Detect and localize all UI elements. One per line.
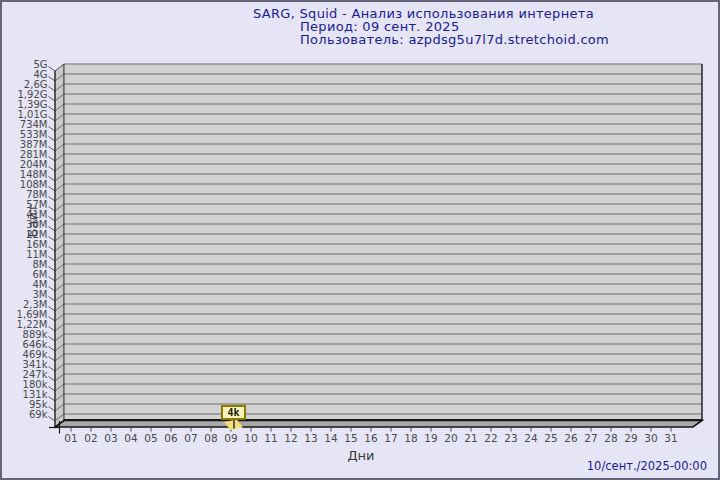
y-axis-tick bbox=[49, 227, 56, 232]
x-axis-tick-label: 30 bbox=[644, 432, 657, 444]
y-axis-title: Байт bbox=[25, 205, 40, 238]
x-axis-tick-label: 31 bbox=[664, 432, 677, 444]
x-axis-tick-label: 17 bbox=[384, 432, 397, 444]
y-axis-tick bbox=[49, 337, 56, 342]
y-axis-tick bbox=[49, 367, 56, 372]
y-axis-tick bbox=[49, 127, 56, 132]
x-axis-tick-label: 12 bbox=[284, 432, 297, 444]
y-axis-tick bbox=[49, 377, 56, 382]
y-axis-tick bbox=[49, 357, 56, 362]
x-axis-tick-label: 21 bbox=[464, 432, 477, 444]
x-axis-tick-label: 05 bbox=[144, 432, 157, 444]
y-axis-tick bbox=[49, 247, 56, 252]
peak-value-marker: 4k bbox=[221, 405, 246, 420]
plot-floor bbox=[55, 421, 702, 428]
y-axis-tick bbox=[49, 267, 56, 272]
report-timestamp: 10/сент./2025-00:00 bbox=[587, 459, 707, 473]
y-axis-tick bbox=[49, 77, 56, 82]
chart-canvas: 5G4G2,6G1,92G1,39G1,01G734M533M387M281M2… bbox=[2, 2, 720, 480]
y-axis-tick bbox=[49, 217, 56, 222]
x-axis-tick-label: 10 bbox=[244, 432, 257, 444]
x-axis-tick-label: 06 bbox=[164, 432, 178, 444]
y-axis-tick bbox=[49, 237, 56, 242]
y-axis-tick bbox=[49, 287, 56, 292]
x-axis-tick-label: 09 bbox=[224, 432, 237, 444]
y-axis-tick bbox=[49, 307, 56, 312]
x-axis-tick-label: 04 bbox=[124, 432, 138, 444]
y-axis-tick-label: 69k bbox=[29, 409, 48, 420]
y-axis-tick bbox=[49, 327, 56, 332]
y-axis-tick bbox=[49, 347, 56, 352]
y-axis-tick bbox=[49, 387, 56, 392]
y-axis-tick bbox=[49, 397, 56, 402]
y-axis-tick bbox=[49, 297, 56, 302]
y-axis-tick bbox=[49, 277, 56, 282]
y-axis-tick bbox=[49, 257, 56, 262]
x-axis-tick-label: 07 bbox=[184, 432, 197, 444]
y-axis-tick bbox=[49, 407, 56, 412]
y-axis-tick bbox=[49, 87, 56, 92]
y-axis-tick bbox=[49, 147, 56, 152]
x-axis-tick-label: 11 bbox=[264, 432, 277, 444]
x-axis-tick-label: 23 bbox=[504, 432, 517, 444]
x-axis-tick-label: 08 bbox=[204, 432, 217, 444]
y-axis-tick bbox=[49, 417, 56, 422]
x-axis-tick-label: 02 bbox=[84, 432, 97, 444]
x-axis-tick-label: 19 bbox=[424, 432, 437, 444]
y-axis-tick bbox=[49, 187, 56, 192]
y-axis-tick bbox=[49, 67, 56, 72]
y-axis-tick bbox=[49, 207, 56, 212]
x-axis-tick-label: 20 bbox=[444, 432, 457, 444]
y-axis-tick bbox=[49, 167, 56, 172]
x-axis-tick-label: 14 bbox=[324, 432, 338, 444]
x-axis-tick-label: 13 bbox=[304, 432, 317, 444]
x-axis-tick-label: 26 bbox=[564, 432, 578, 444]
x-axis-tick-label: 27 bbox=[584, 432, 597, 444]
x-axis-tick-label: 25 bbox=[544, 432, 557, 444]
y-axis-tick bbox=[49, 137, 56, 142]
x-axis-tick-label: 29 bbox=[624, 432, 637, 444]
x-axis-tick-label: 16 bbox=[364, 432, 378, 444]
x-axis-tick-label: 03 bbox=[104, 432, 117, 444]
x-axis-tick-label: 15 bbox=[344, 432, 357, 444]
y-axis-tick bbox=[49, 177, 56, 182]
x-axis-tick-label: 24 bbox=[524, 432, 538, 444]
y-axis-tick bbox=[49, 107, 56, 112]
x-axis-tick-label: 22 bbox=[484, 432, 497, 444]
x-axis-tick-label: 18 bbox=[404, 432, 417, 444]
x-axis-title: Дни bbox=[347, 448, 374, 463]
y-axis-tick bbox=[49, 197, 56, 202]
x-axis-tick-label: 28 bbox=[604, 432, 617, 444]
y-axis-tick bbox=[49, 97, 56, 102]
y-axis-tick bbox=[49, 157, 56, 162]
x-axis-tick-label: 01 bbox=[64, 432, 77, 444]
y-axis-tick bbox=[49, 117, 56, 122]
y-axis-tick bbox=[49, 317, 56, 322]
sarg-report-chart: SARG, Squid - Анализ использования интер… bbox=[0, 0, 720, 480]
plot-area bbox=[64, 64, 702, 420]
